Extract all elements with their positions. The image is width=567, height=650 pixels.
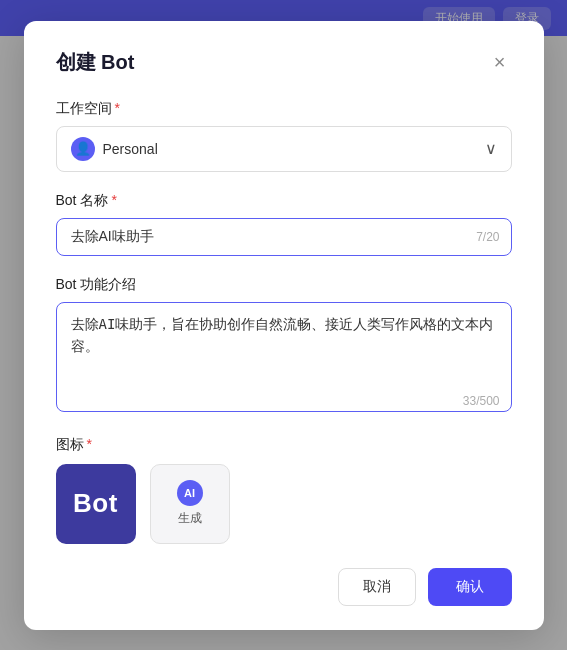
icon-label: 图标*: [56, 436, 512, 454]
bot-desc-textarea[interactable]: 去除AI味助手，旨在协助创作自然流畅、接近人类写作风格的文本内容。: [56, 302, 512, 412]
workspace-avatar: 👤: [71, 137, 95, 161]
bot-icon-selected[interactable]: Bot: [56, 464, 136, 544]
modal-header: 创建 Bot ×: [56, 49, 512, 76]
ai-badge: AI: [177, 480, 203, 506]
workspace-select[interactable]: 👤 Personal ∨: [56, 126, 512, 172]
bot-name-label: Bot 名称*: [56, 192, 512, 210]
generate-icon-box[interactable]: AI 生成: [150, 464, 230, 544]
modal-overlay: 创建 Bot × 工作空间* 👤 Personal ∨ Bot 名称*: [0, 0, 567, 650]
modal-footer: 取消 确认: [56, 568, 512, 606]
bot-desc-char-count: 33/500: [463, 394, 500, 408]
workspace-name: Personal: [103, 141, 158, 157]
chevron-down-icon: ∨: [485, 139, 497, 158]
generate-label: 生成: [178, 510, 202, 527]
workspace-field: 工作空间* 👤 Personal ∨: [56, 100, 512, 172]
bot-name-char-count: 7/20: [476, 230, 499, 244]
confirm-button[interactable]: 确认: [428, 568, 512, 606]
create-bot-modal: 创建 Bot × 工作空间* 👤 Personal ∨ Bot 名称*: [24, 21, 544, 630]
workspace-label: 工作空间*: [56, 100, 512, 118]
modal-title: 创建 Bot: [56, 49, 135, 76]
bot-desc-label: Bot 功能介绍: [56, 276, 512, 294]
cancel-button[interactable]: 取消: [338, 568, 416, 606]
close-button[interactable]: ×: [488, 50, 512, 74]
icon-section: 图标* Bot AI 生成: [56, 436, 512, 544]
bot-name-input-wrapper: 7/20: [56, 218, 512, 256]
bot-name-field: Bot 名称* 7/20: [56, 192, 512, 256]
workspace-left: 👤 Personal: [71, 137, 158, 161]
bot-desc-wrapper: 去除AI味助手，旨在协助创作自然流畅、接近人类写作风格的文本内容。 33/500: [56, 302, 512, 416]
icon-options: Bot AI 生成: [56, 464, 512, 544]
bot-desc-field: Bot 功能介绍 去除AI味助手，旨在协助创作自然流畅、接近人类写作风格的文本内…: [56, 276, 512, 416]
bot-name-input[interactable]: [56, 218, 512, 256]
bot-icon-text: Bot: [73, 488, 118, 519]
